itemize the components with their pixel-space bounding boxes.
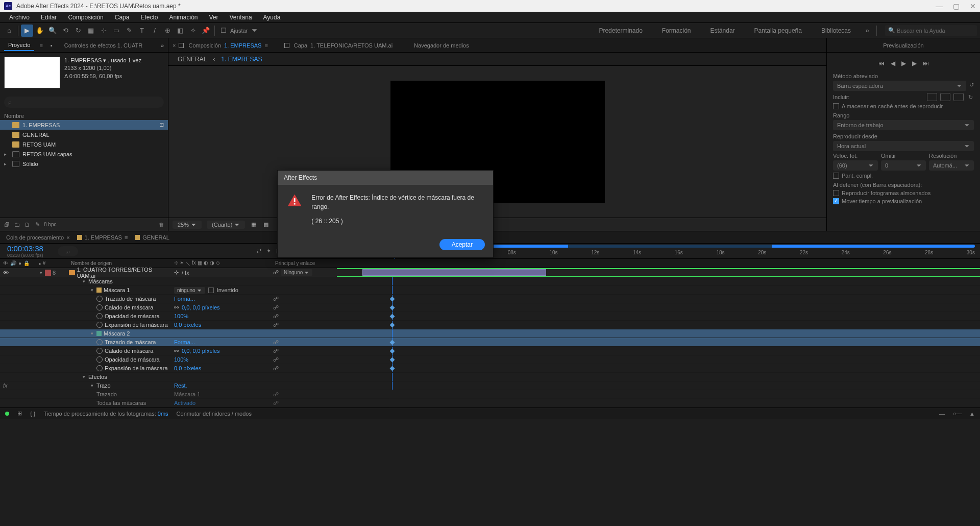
zoom-slider-icon[interactable]: ○── (953, 411, 961, 417)
expression-pickwhip-icon[interactable]: ☍ (273, 356, 279, 363)
workspace-predeterminado[interactable]: Predeterminado (590, 24, 651, 37)
project-bpc[interactable]: 8 bpc (44, 222, 56, 227)
expression-pickwhip-icon[interactable]: ☍ (273, 322, 279, 328)
first-frame-icon[interactable]: ⏮ (878, 60, 885, 67)
preview-playfrom-dropdown[interactable]: Hora actual⏷ (833, 141, 974, 151)
project-thumbnail[interactable] (4, 57, 60, 88)
composition-viewer[interactable] (168, 66, 826, 218)
expression-pickwhip-icon[interactable]: ☍ (273, 339, 279, 346)
mask-feather-value[interactable]: 0,0, 0,0 píxeles (182, 348, 220, 354)
mask-row[interactable]: ▾Máscara 1 ninguno⏷Invertido (0, 286, 980, 295)
fullscreen-checkbox[interactable] (833, 173, 839, 179)
menu-ver[interactable]: Ver (204, 13, 224, 22)
tab-composicion-name[interactable]: 1. EMPRESAS (224, 42, 261, 49)
include-video-icon[interactable] (927, 93, 937, 101)
parent-dropdown[interactable]: Ninguno⏷ (281, 269, 312, 276)
workspace-bibliotecas[interactable]: Bibliotecas (812, 24, 860, 37)
menu-efecto[interactable]: Efecto (135, 13, 163, 22)
preview-range-dropdown[interactable]: Entorno de trabajo⏷ (833, 120, 974, 130)
breadcrumb-empresas[interactable]: 1. EMPRESAS (221, 56, 262, 63)
clone-tool-icon[interactable]: ⊕ (161, 25, 174, 37)
play-cached-checkbox[interactable] (833, 190, 839, 196)
mask-expansion-row[interactable]: Expansión de la máscara 0,0 píxeles ☍ (0, 364, 980, 373)
roto-tool-icon[interactable]: ✧ (187, 25, 199, 37)
zoom-in-icon[interactable]: ▲ (969, 411, 975, 417)
menu-ayuda[interactable]: Ayuda (258, 13, 286, 22)
expression-pickwhip-icon[interactable]: ☍ (273, 313, 279, 320)
eye-column-icon[interactable]: 👁 (3, 260, 8, 266)
panel-overflow-icon[interactable]: » (161, 42, 164, 49)
project-item[interactable]: ▸ RETOS UAM capas (0, 149, 168, 159)
new-comp-icon[interactable]: 🗋 (23, 221, 31, 228)
expression-pickwhip-icon[interactable]: ☍ (273, 365, 279, 372)
timeline-search-input[interactable]: ⌕ (58, 246, 78, 256)
audio-column-icon[interactable]: 🔊 (10, 260, 16, 266)
workspace-overflow-icon[interactable]: » (861, 25, 873, 37)
snap-menu-icon[interactable]: ⏷ (248, 25, 260, 37)
cache-checkbox[interactable] (833, 103, 839, 109)
pickwhip-icon[interactable]: ☍ (273, 269, 279, 276)
tab-empresas[interactable]: 1. EMPRESAS≡ (77, 234, 128, 241)
stopwatch-icon[interactable] (96, 339, 103, 345)
interpret-footage-icon[interactable]: 🗊 (3, 221, 10, 228)
stopwatch-icon[interactable] (96, 304, 103, 310)
include-audio-icon[interactable] (940, 93, 950, 101)
timeline-toggle-icon[interactable]: ⊞ (17, 410, 22, 417)
zoom-out-icon[interactable]: — (939, 411, 945, 417)
prev-frame-icon[interactable]: ◀ (891, 60, 895, 67)
include-overlays-icon[interactable] (953, 93, 964, 101)
effects-group-row[interactable]: ▾Efectos (0, 373, 980, 381)
stopwatch-icon[interactable] (96, 348, 103, 354)
close-button[interactable]: ✕ (970, 2, 976, 10)
snap-checkbox[interactable]: ☐ (217, 25, 230, 37)
panel-close-icon[interactable]: × (173, 42, 176, 49)
stopwatch-icon[interactable] (96, 296, 103, 302)
mask-row[interactable]: ▾Máscara 2 (0, 329, 980, 338)
project-item[interactable]: 1. EMPRESAS ⊡ (0, 120, 168, 130)
workspace-formacion[interactable]: Formación (653, 24, 700, 37)
stopwatch-icon[interactable] (96, 356, 103, 363)
camera-tool-icon[interactable]: ▦ (85, 25, 97, 37)
new-folder-icon[interactable]: 🗀 (13, 221, 20, 228)
brush-tool-icon[interactable]: / (149, 25, 161, 37)
project-search-input[interactable]: ⌕ (4, 97, 164, 108)
mask-invert-checkbox[interactable] (208, 288, 214, 293)
mask-feather-row[interactable]: Calado de máscara ⚯0,0, 0,0 píxeles ☍ (0, 347, 980, 355)
menu-archivo[interactable]: Archivo (4, 13, 35, 22)
menu-capa[interactable]: Capa (110, 13, 135, 22)
stopwatch-icon[interactable] (96, 322, 103, 328)
mask-color-icon[interactable] (96, 288, 102, 293)
mask-color-icon[interactable] (96, 331, 102, 336)
mask-path-row[interactable]: Trazado de máscara Forma... ☍ (0, 295, 980, 303)
solo-column-icon[interactable]: ● (18, 260, 21, 266)
workspace-estandar[interactable]: Estándar (701, 24, 744, 37)
flowchart-icon[interactable]: ⊡ (159, 122, 164, 128)
visibility-toggle[interactable]: 👁 (3, 270, 9, 276)
reset-shortcut-icon[interactable]: ↺ (969, 82, 974, 88)
hand-tool-icon[interactable]: ✋ (34, 25, 46, 37)
effect-param-row[interactable]: Trazado Máscara 1 ☍ (0, 390, 980, 399)
mask-shape-value[interactable]: Forma... (174, 296, 195, 302)
mask-feather-row[interactable]: Calado de máscara ⚯0,0, 0,0 píxeles ☍ (0, 303, 980, 312)
transparency-grid-icon[interactable]: ▩ (262, 221, 270, 228)
mask-feather-value[interactable]: 0,0, 0,0 píxeles (182, 304, 220, 310)
tab-proyecto[interactable]: Proyecto (4, 40, 34, 51)
tab-general[interactable]: GENERAL (135, 234, 169, 241)
orbit-tool-icon[interactable]: ⟲ (59, 25, 71, 37)
preview-shortcut-dropdown[interactable]: Barra espaciadora⏷ (833, 81, 966, 91)
current-timecode[interactable]: 0:00:03:38 (7, 244, 54, 253)
next-frame-icon[interactable]: ▶ (912, 60, 917, 67)
zoom-dropdown[interactable]: 25%⏷ (173, 221, 202, 229)
quality-dropdown[interactable]: (Cuarto)⏷ (207, 221, 245, 229)
brace-icon[interactable]: { } (30, 411, 35, 417)
trash-icon[interactable]: 🗑 (158, 221, 165, 228)
rotate-tool-icon[interactable]: ↻ (72, 25, 84, 37)
effect-reset-link[interactable]: Rest. (174, 382, 187, 389)
expression-pickwhip-icon[interactable]: ☍ (273, 296, 279, 302)
mask-shape-value[interactable]: Forma... (174, 339, 195, 345)
column-source-name[interactable]: Nombre de origen (69, 260, 171, 266)
project-item[interactable]: ▸ Sólido (0, 159, 168, 169)
help-search-input[interactable]: 🔍 Buscar en la Ayuda (885, 25, 977, 36)
tab-navegador[interactable]: Navegador de medios (414, 42, 469, 49)
puppet-tool-icon[interactable]: 📌 (200, 25, 212, 37)
